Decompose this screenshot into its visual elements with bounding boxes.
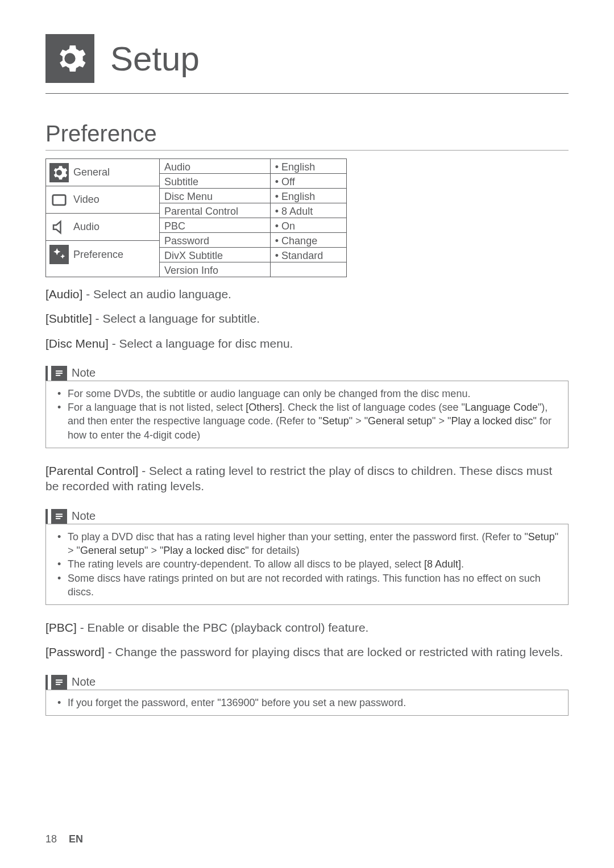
menu-item-preference: Preference [46, 241, 159, 268]
table-row: Subtitle• Off [160, 174, 346, 189]
list-item: Some discs have ratings printed on but a… [62, 571, 560, 599]
note-tab: Note [45, 675, 96, 690]
menu-label: Video [73, 194, 159, 206]
option-name: PBC [160, 218, 270, 233]
video-icon [49, 190, 69, 210]
note-block: Note To play a DVD disc that has a ratin… [45, 509, 569, 605]
note-block: Note If you forget the password, enter "… [45, 675, 569, 716]
page-language: EN [69, 833, 83, 845]
page-title: Setup [110, 39, 200, 78]
note-label: Note [72, 675, 96, 688]
table-row: DivX Subtitle• Standard [160, 248, 346, 262]
table-row: Audio• English [160, 159, 346, 174]
table-row: PBC• On [160, 218, 346, 233]
option-value: • On [270, 218, 346, 233]
page-footer: 18 EN [45, 833, 83, 845]
note-box: To play a DVD disc that has a rating lev… [45, 524, 569, 605]
gear-icon [49, 163, 69, 182]
option-value: • 8 Adult [270, 203, 346, 218]
option-value [270, 262, 346, 277]
note-icon [51, 675, 67, 690]
svg-rect-0 [53, 195, 66, 205]
menu-categories: General Video Audio Preference [46, 159, 160, 277]
option-name: Subtitle [160, 174, 270, 189]
list-item: If you forget the password, enter "13690… [62, 696, 560, 710]
note-box: For some DVDs, the subtitle or audio lan… [45, 381, 569, 448]
menu-label: Preference [73, 249, 159, 261]
option-name: Audio [160, 159, 270, 174]
note-tab: Note [45, 509, 96, 524]
menu-options: Audio• English Subtitle• Off Disc Menu• … [160, 159, 346, 277]
settings-menu-diagram: General Video Audio Preference Audio• En… [45, 158, 347, 277]
gear-icon [45, 34, 94, 83]
option-name: Disc Menu [160, 189, 270, 203]
desc-password: [Password] - Change the password for pla… [45, 644, 569, 660]
menu-item-video: Video [46, 186, 159, 214]
table-row: Password• Change [160, 233, 346, 248]
divider [45, 93, 569, 94]
option-name: DivX Subtitle [160, 248, 270, 262]
table-row: Parental Control• 8 Adult [160, 203, 346, 218]
option-name: Version Info [160, 262, 270, 277]
desc-audio: [Audio] - Select an audio language. [45, 286, 569, 302]
option-name: Password [160, 233, 270, 248]
option-value: • English [270, 159, 346, 174]
note-box: If you forget the password, enter "13690… [45, 690, 569, 716]
page-header: Setup [45, 34, 569, 83]
list-item: The rating levels are country-dependent.… [62, 557, 560, 571]
list-item: For some DVDs, the subtitle or audio lan… [62, 387, 560, 400]
option-value: • English [270, 189, 346, 203]
note-label: Note [72, 366, 96, 379]
desc-pbc: [PBC] - Enable or disable the PBC (playb… [45, 620, 569, 635]
desc-discmenu: [Disc Menu] - Select a language for disc… [45, 336, 569, 351]
option-value: • Off [270, 174, 346, 189]
divider [45, 150, 569, 151]
table-row: Version Info [160, 262, 346, 277]
note-icon [51, 366, 67, 381]
note-icon [51, 509, 67, 524]
list-item: To play a DVD disc that has a rating lev… [62, 530, 560, 558]
note-tab: Note [45, 366, 96, 381]
menu-label: Audio [73, 221, 159, 233]
preference-icon [49, 245, 69, 264]
list-item: For a language that is not listed, selec… [62, 400, 560, 442]
table-row: Disc Menu• English [160, 189, 346, 203]
menu-label: General [73, 166, 159, 178]
note-label: Note [72, 510, 96, 523]
option-name: Parental Control [160, 203, 270, 218]
menu-item-general: General [46, 159, 159, 186]
speaker-icon [49, 218, 69, 237]
desc-subtitle: [Subtitle] - Select a language for subti… [45, 311, 569, 326]
option-value: • Change [270, 233, 346, 248]
note-block: Note For some DVDs, the subtitle or audi… [45, 366, 569, 448]
desc-parental: [Parental Control] - Select a rating lev… [45, 463, 569, 494]
page-number: 18 [45, 833, 57, 845]
option-value: • Standard [270, 248, 346, 262]
section-heading: Preference [45, 121, 569, 147]
menu-item-audio: Audio [46, 214, 159, 241]
